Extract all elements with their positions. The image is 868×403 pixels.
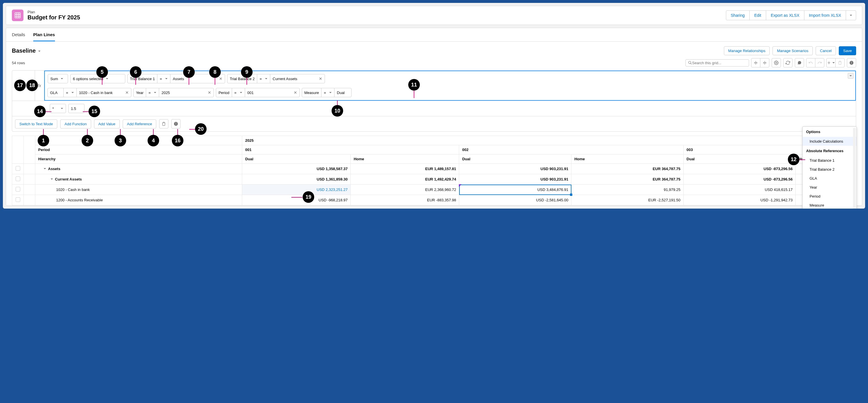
- popover-section-abs-refs: Absolute References: [803, 146, 857, 156]
- editing-cell[interactable]: USD 2,323,251.27: [242, 185, 351, 195]
- sharing-button[interactable]: Sharing: [726, 10, 750, 20]
- callout-1: 1: [38, 135, 49, 146]
- plan-icon: [12, 9, 24, 21]
- formula-bar: fx Sum 6 options selected Trial Balance …: [12, 70, 856, 132]
- refresh-button[interactable]: [783, 58, 793, 67]
- collapse-all-button[interactable]: [751, 58, 761, 67]
- header-more-button[interactable]: [846, 10, 856, 20]
- row-hierarchy[interactable]: 1020 - Cash in bank: [35, 185, 242, 195]
- row-checkbox[interactable]: [16, 197, 20, 202]
- cancel-button[interactable]: Cancel: [816, 46, 836, 55]
- aggregation-select[interactable]: Sum: [48, 74, 68, 83]
- redo-icon: [817, 60, 822, 65]
- expand-all-button[interactable]: [760, 58, 769, 67]
- manage-relationships-button[interactable]: Manage Relationships: [724, 46, 770, 55]
- table-row: Assets USD 1,358,587.37 EUR 1,489,157.81…: [12, 164, 856, 174]
- operand-value[interactable]: 1.5: [68, 104, 85, 113]
- callout-20: 20: [195, 123, 207, 135]
- row-hierarchy[interactable]: 1200 - Accounts Receivable: [35, 195, 242, 206]
- add-value-button[interactable]: Add Value: [94, 120, 120, 128]
- popover-include-calculations[interactable]: Include Calculations: [803, 137, 857, 146]
- page-title: Budget for FY 2025: [28, 14, 80, 21]
- selected-cell[interactable]: USD 3,484,876.91: [459, 185, 571, 195]
- close-icon[interactable]: ✕: [125, 90, 129, 95]
- svg-point-7: [776, 62, 777, 63]
- filter-gla: GLA = 1020 - Cash in bank✕: [48, 88, 131, 97]
- header-dual: Dual: [683, 154, 796, 164]
- rows-count: 54 rows: [12, 61, 25, 65]
- filter-measure-op[interactable]: =: [321, 88, 335, 97]
- header-period-label: Period: [35, 145, 242, 154]
- filter-measure-value[interactable]: Dual: [334, 88, 351, 97]
- save-button[interactable]: Save: [839, 46, 856, 55]
- chevron-down-icon: [50, 178, 53, 181]
- undo-button[interactable]: [806, 58, 815, 67]
- filter-year-op[interactable]: =: [146, 88, 159, 97]
- chat-button[interactable]: [795, 58, 804, 67]
- header-period-002: 002: [459, 145, 683, 154]
- gear-icon: [774, 60, 779, 65]
- add-button[interactable]: [826, 58, 836, 67]
- callout-11: 11: [408, 79, 420, 91]
- row-checkbox[interactable]: [16, 187, 20, 191]
- callout-14: 14: [34, 105, 46, 117]
- callout-15: 15: [89, 105, 100, 117]
- delete-formula-part-button[interactable]: [159, 119, 168, 128]
- import-xlsx-button[interactable]: Import from XLSX: [804, 10, 846, 20]
- close-icon[interactable]: ✕: [319, 76, 322, 81]
- filter-tb2-op[interactable]: =: [257, 74, 270, 83]
- popover-item-gla[interactable]: GLA: [803, 174, 857, 183]
- filter-period-value[interactable]: 001✕: [245, 88, 300, 97]
- popover-item-year[interactable]: Year: [803, 183, 857, 192]
- add-reference-button[interactable]: Add Reference: [123, 120, 157, 128]
- operator-select[interactable]: *: [50, 104, 66, 113]
- filter-tb2-value[interactable]: Current Assets✕: [270, 74, 325, 83]
- grid-search[interactable]: [685, 59, 749, 66]
- tab-plan-lines[interactable]: Plan Lines: [33, 28, 55, 41]
- header-home: Home: [571, 154, 684, 164]
- add-function-button[interactable]: Add Function: [60, 120, 91, 128]
- filter-gla-value[interactable]: 1020 - Cash in bank✕: [76, 88, 131, 97]
- scenario-title[interactable]: Baseline: [12, 48, 41, 54]
- filter-gla-label[interactable]: GLA: [48, 88, 64, 97]
- export-xlsx-button[interactable]: Export as XLSX: [766, 10, 804, 20]
- filter-period-op[interactable]: =: [232, 88, 245, 97]
- settings-button[interactable]: [772, 58, 781, 67]
- popover-section-options: Options: [803, 127, 857, 137]
- callout-18: 18: [26, 80, 38, 91]
- header-period-001: 001: [242, 145, 459, 154]
- callout-3: 3: [115, 135, 126, 146]
- formula-body[interactable]: Sum 6 options selected Trial Balance 1 =…: [44, 70, 856, 101]
- formula-options-popover: Options Include Calculations Absolute Re…: [802, 126, 857, 209]
- popover-item-tb1[interactable]: Trial Balance 1: [803, 156, 857, 165]
- manage-scenarios-button[interactable]: Manage Scenarios: [773, 46, 812, 55]
- svg-rect-0: [15, 13, 20, 18]
- delete-rows-button[interactable]: [835, 58, 844, 67]
- popover-item-period[interactable]: Period: [803, 192, 857, 201]
- formula-info-button[interactable]: [171, 119, 181, 128]
- filter-tb1-op[interactable]: =: [157, 74, 170, 83]
- popover-item-tb2[interactable]: Trial Balance 2: [803, 165, 857, 174]
- callout-4: 4: [148, 135, 159, 146]
- table-row: 1200 - Accounts Receivable USD -968,218.…: [12, 195, 856, 206]
- filter-year-value[interactable]: 2025✕: [159, 88, 214, 97]
- row-checkbox[interactable]: [16, 177, 20, 181]
- filter-gla-op[interactable]: =: [63, 88, 77, 97]
- search-input[interactable]: [692, 61, 746, 65]
- info-button[interactable]: [847, 58, 856, 67]
- close-icon[interactable]: ✕: [219, 76, 222, 81]
- header-kicker: Plan: [28, 10, 80, 14]
- tab-details[interactable]: Details: [12, 28, 25, 41]
- redo-button[interactable]: [815, 58, 824, 67]
- popover-item-measure[interactable]: Measure: [803, 201, 857, 209]
- row-checkbox[interactable]: [16, 166, 20, 171]
- switch-text-mode-button[interactable]: Switch to Text Mode: [15, 120, 57, 128]
- close-icon[interactable]: ✕: [208, 90, 211, 95]
- row-hierarchy[interactable]: Assets: [35, 164, 242, 174]
- edit-button[interactable]: Edit: [749, 10, 766, 20]
- chevron-down-icon: [154, 91, 157, 95]
- close-icon[interactable]: ✕: [294, 90, 297, 95]
- scrollbar[interactable]: [853, 128, 856, 209]
- formula-options-button[interactable]: [848, 73, 854, 79]
- row-hierarchy[interactable]: Current Assets: [35, 174, 242, 185]
